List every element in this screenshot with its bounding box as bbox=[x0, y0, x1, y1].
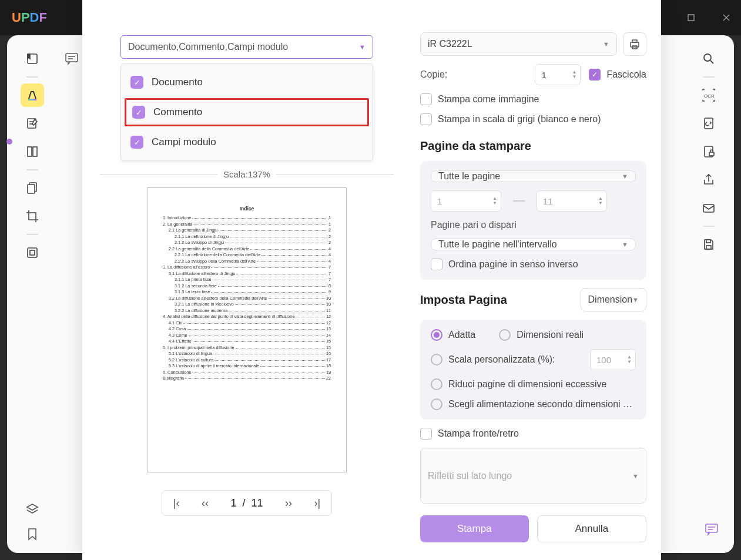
share-icon[interactable] bbox=[697, 168, 720, 192]
chevron-down-icon: ▼ bbox=[603, 41, 609, 48]
page-size-select[interactable]: Dimension ▼ bbox=[581, 288, 646, 311]
svg-rect-11 bbox=[28, 248, 37, 257]
first-page-button[interactable]: |‹ bbox=[173, 497, 180, 509]
left-toolbar bbox=[18, 47, 47, 264]
chevron-down-icon: ▼ bbox=[632, 296, 639, 303]
svg-text:OCR: OCR bbox=[704, 93, 715, 99]
odd-even-label: Pagine pari o dispari bbox=[431, 220, 636, 230]
reverse-order-checkbox[interactable] bbox=[431, 259, 442, 270]
svg-rect-20 bbox=[706, 246, 711, 249]
protect-icon[interactable] bbox=[697, 140, 720, 163]
page-range-select[interactable]: Tutte le pagine ▼ bbox=[431, 170, 636, 182]
layers-icon[interactable] bbox=[25, 502, 39, 517]
accent-dot bbox=[6, 139, 12, 145]
svg-rect-19 bbox=[703, 204, 714, 212]
custom-scale-radio[interactable] bbox=[431, 354, 442, 365]
dropdown-item-campi[interactable]: ✓ Campi modulo bbox=[121, 129, 373, 156]
range-from-input[interactable]: 1▲▼ bbox=[431, 190, 501, 212]
svg-rect-1 bbox=[688, 15, 694, 21]
checkbox-on-icon: ✓ bbox=[130, 76, 143, 89]
duplex-checkbox[interactable] bbox=[420, 428, 432, 440]
chevron-down-icon: ▼ bbox=[359, 43, 366, 51]
svg-point-13 bbox=[704, 54, 711, 61]
svg-rect-28 bbox=[631, 42, 639, 47]
convert-icon[interactable] bbox=[697, 112, 720, 135]
page-setup-heading: Imposta Pagina bbox=[420, 293, 507, 307]
highlight-icon[interactable] bbox=[21, 83, 44, 107]
content-select-label: Documento,Commento,Campi modulo bbox=[128, 42, 288, 52]
odd-even-select[interactable]: Tutte le pagine nell'intervallo ▼ bbox=[431, 239, 636, 250]
chevron-down-icon: ▼ bbox=[622, 173, 628, 180]
dropdown-item-commento[interactable]: ✓ Commento bbox=[125, 98, 369, 126]
annotation-bubble-icon[interactable] bbox=[60, 47, 83, 71]
svg-rect-29 bbox=[632, 40, 637, 42]
app-logo: UPDF bbox=[12, 10, 47, 25]
print-as-image-checkbox[interactable] bbox=[420, 93, 432, 105]
shrink-oversized-radio[interactable] bbox=[431, 378, 442, 390]
svg-rect-12 bbox=[30, 250, 35, 255]
organize-icon[interactable] bbox=[21, 140, 44, 163]
cancel-button[interactable]: Annulla bbox=[537, 515, 647, 542]
crop-icon[interactable] bbox=[21, 204, 44, 228]
ocr-icon[interactable]: OCR bbox=[697, 83, 720, 107]
svg-rect-7 bbox=[28, 147, 32, 156]
print-dialog: Documento,Commento,Campi modulo ▼ ✓ Docu… bbox=[82, 0, 661, 560]
svg-rect-22 bbox=[706, 524, 717, 532]
content-dropdown: ✓ Documento ✓ Commento ✓ Campi modulo bbox=[120, 63, 373, 161]
svg-rect-21 bbox=[706, 240, 710, 243]
checkbox-on-icon: ✓ bbox=[132, 106, 145, 119]
svg-rect-10 bbox=[28, 185, 35, 193]
dropdown-item-documento[interactable]: ✓ Documento bbox=[121, 69, 373, 96]
collate-checkbox[interactable]: ✓ bbox=[589, 69, 601, 81]
next-page-button[interactable]: ›› bbox=[285, 497, 292, 509]
content-select[interactable]: Documento,Commento,Campi modulo ▼ bbox=[120, 35, 373, 59]
page-navigator: |‹ ‹‹ 1 / 11 ›› ›| bbox=[162, 490, 332, 516]
choose-source-radio[interactable] bbox=[431, 398, 442, 410]
pages-icon[interactable] bbox=[21, 176, 44, 200]
chevron-down-icon: ▼ bbox=[632, 472, 639, 479]
printer-select[interactable]: iR C3222L ▼ bbox=[420, 32, 617, 56]
grayscale-checkbox[interactable] bbox=[420, 113, 432, 125]
copies-input[interactable]: 1 ▲▼ bbox=[535, 64, 581, 85]
chevron-down-icon: ▼ bbox=[622, 241, 628, 248]
checkbox-on-icon: ✓ bbox=[130, 136, 143, 149]
svg-rect-8 bbox=[33, 147, 37, 156]
flip-select: Rifletti sul lato lungo ▼ bbox=[420, 448, 646, 504]
svg-line-14 bbox=[710, 61, 713, 63]
range-to-input[interactable]: 11▲▼ bbox=[537, 190, 607, 212]
svg-rect-18 bbox=[709, 152, 714, 156]
tools-icon[interactable] bbox=[21, 241, 44, 264]
page-preview: Indice 1. Introduzione12. La generalità1… bbox=[147, 187, 347, 472]
close-button[interactable] bbox=[717, 9, 735, 26]
maximize-button[interactable] bbox=[682, 9, 700, 26]
search-icon[interactable] bbox=[697, 47, 720, 71]
last-page-button[interactable]: ›| bbox=[314, 497, 321, 509]
print-button[interactable]: Stampa bbox=[420, 515, 529, 542]
mail-icon[interactable] bbox=[697, 196, 720, 220]
prev-page-button[interactable]: ‹‹ bbox=[202, 497, 209, 509]
actual-size-radio[interactable] bbox=[499, 329, 511, 341]
pages-heading: Pagine da stampare bbox=[420, 139, 646, 153]
svg-rect-5 bbox=[28, 99, 36, 100]
printer-properties-button[interactable] bbox=[623, 32, 646, 56]
reader-icon[interactable] bbox=[21, 47, 44, 71]
preview-title: Indice bbox=[163, 206, 331, 212]
custom-scale-input[interactable]: 100▲▼ bbox=[590, 349, 636, 370]
scale-label: Scala:137% bbox=[223, 169, 270, 179]
svg-rect-25 bbox=[66, 53, 78, 62]
fit-radio[interactable] bbox=[431, 329, 442, 341]
edit-icon[interactable] bbox=[21, 112, 44, 135]
bookmark-icon[interactable] bbox=[26, 527, 39, 541]
comment-panel-icon[interactable] bbox=[700, 518, 723, 541]
save-icon[interactable] bbox=[697, 233, 720, 256]
copies-label: Copie: bbox=[420, 69, 447, 80]
right-toolbar: OCR bbox=[694, 47, 723, 256]
